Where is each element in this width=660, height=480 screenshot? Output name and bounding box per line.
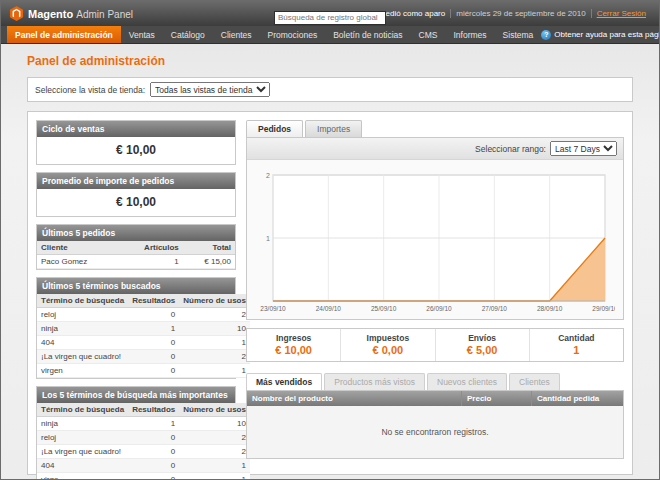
products-column-header: Precio (461, 391, 531, 406)
tab-productos-más-vistos: Productos más vistos (324, 373, 425, 390)
table-row[interactable]: ninja110 (37, 322, 250, 336)
table-cell: 0 (128, 459, 179, 473)
table-cell: 1 (128, 322, 179, 336)
nav-item-promociones[interactable]: Promociones (260, 26, 326, 43)
column-header: Total (183, 241, 235, 255)
svg-text:29/09/10: 29/09/10 (592, 305, 615, 312)
global-search-input[interactable] (274, 11, 386, 25)
table-row[interactable]: virgen01 (37, 364, 250, 378)
table-cell: 0 (128, 431, 179, 445)
help-globe-icon: ? (541, 30, 551, 40)
magento-logo[interactable]: Magento Admin Panel (9, 6, 133, 21)
range-label: Seleccionar rango: (475, 144, 546, 154)
tab-importes[interactable]: Importes (305, 120, 362, 137)
table-row[interactable]: Paco Gomez1€ 15,00 (37, 255, 235, 269)
nav-item-clientes[interactable]: Clientes (213, 26, 260, 43)
column-header: Número de usos (179, 294, 250, 308)
store-view-select[interactable]: Todas las vistas de tienda (150, 82, 270, 97)
nav-item-panel-de-administración[interactable]: Panel de administración (7, 26, 121, 43)
page-help-link[interactable]: ? Obtener ayuda para esta página (541, 26, 660, 43)
table-cell: 0 (128, 336, 179, 350)
nav-item-informes[interactable]: Informes (446, 26, 495, 43)
user-info: Accedió como aparo miércoles 29 de septi… (367, 9, 651, 18)
table-cell: 2 (179, 431, 250, 445)
magento-admin-window: Magento Admin Panel Accedió como aparo m… (0, 0, 660, 480)
table-cell: 10 (179, 322, 250, 336)
column-header: Resultados (128, 294, 179, 308)
table-cell: 1 (179, 364, 250, 378)
stat-label: Ingresos (247, 333, 340, 343)
table-row[interactable]: virge01 (37, 473, 250, 480)
dashboard-right-column: PedidosImportes Seleccionar rango: Last … (246, 120, 624, 466)
table-row[interactable]: reloj02 (37, 431, 250, 445)
table-cell: virge (37, 473, 128, 480)
table-row[interactable]: ¡La virgen que cuadro!02 (37, 350, 250, 364)
logo-text: Magento Admin Panel (28, 8, 133, 20)
section-title: Últimos 5 pedidos (37, 225, 235, 241)
stat-value: 1 (530, 344, 623, 356)
average-orders-value: € 10,00 (37, 189, 235, 216)
products-column-header: Cantidad pedida (531, 391, 623, 406)
table-cell: virgen (37, 364, 128, 378)
store-view-label: Seleccione la vista de tienda: (35, 85, 145, 95)
totals-bar: Ingresos€ 10,00Impuestos€ 0,00Envíos€ 5,… (246, 328, 624, 362)
table-row[interactable]: ninja110 (37, 417, 250, 431)
magento-logo-icon (9, 6, 24, 21)
nav-item-ventas[interactable]: Ventas (121, 26, 163, 43)
table-cell: reloj (37, 308, 128, 322)
logout-link[interactable]: Cerrar Sesión (591, 9, 651, 18)
products-table-header: Nombre del productoPrecioCantidad pedida (247, 391, 623, 406)
table-row[interactable]: reloj02 (37, 308, 250, 322)
products-empty-message: No se encontraron registros. (247, 406, 623, 458)
main-nav: Panel de administraciónVentasCatálogoCli… (1, 26, 659, 44)
lifetime-sales-value: € 10,00 (37, 137, 235, 164)
table-row[interactable]: 40401 (37, 336, 250, 350)
stat-value: € 5,00 (436, 344, 529, 356)
nav-item-catálogo[interactable]: Catálogo (163, 26, 213, 43)
table-cell: Paco Gomez (37, 255, 119, 269)
data-table: Término de búsquedaResultadosNúmero de u… (37, 403, 250, 480)
svg-text:2: 2 (266, 172, 270, 179)
table-cell: 404 (37, 336, 128, 350)
table-cell: 2 (179, 308, 250, 322)
stat-value: € 0,00 (341, 344, 434, 356)
table-cell: 2 (179, 445, 250, 459)
svg-text:23/09/10: 23/09/10 (260, 305, 286, 312)
section-title: Últimos 5 términos buscados (37, 278, 235, 294)
column-header: Término de búsqueda (37, 294, 128, 308)
table-cell: ¡La virgen que cuadro! (37, 350, 128, 364)
table-cell: ¡La virgen que cuadro! (37, 445, 128, 459)
column-header: Resultados (128, 403, 179, 417)
stat-label: Impuestos (341, 333, 434, 343)
tab-más-vendidos[interactable]: Más vendidos (246, 373, 322, 390)
top-header: Magento Admin Panel Accedió como aparo m… (1, 1, 659, 26)
svg-text:25/09/10: 25/09/10 (371, 305, 397, 312)
last-search-terms-box: Últimos 5 términos buscadosTérmino de bú… (36, 277, 236, 379)
table-cell: 0 (128, 364, 179, 378)
range-select[interactable]: Last 7 Days (550, 141, 617, 156)
nav-item-boletín-de-noticias[interactable]: Boletín de noticias (325, 26, 410, 43)
svg-text:24/09/10: 24/09/10 (316, 305, 342, 312)
table-cell: 2 (179, 350, 250, 364)
help-label: Obtener ayuda para esta página (554, 30, 660, 39)
column-header: Cliente (37, 241, 119, 255)
nav-item-sistema[interactable]: Sistema (495, 26, 542, 43)
table-row[interactable]: 40401 (37, 459, 250, 473)
table-cell: 1 (179, 459, 250, 473)
svg-text:1: 1 (266, 235, 270, 242)
average-orders-box: Promedio de importe de pedidos € 10,00 (36, 172, 236, 217)
nav-item-cms[interactable]: CMS (411, 26, 446, 43)
nav-list: Panel de administraciónVentasCatálogoCli… (7, 26, 541, 43)
column-header: Número de usos (179, 403, 250, 417)
table-row[interactable]: ¡La virgen que cuadro!02 (37, 445, 250, 459)
lifetime-sales-title: Ciclo de ventas (37, 121, 235, 137)
tab-pedidos[interactable]: Pedidos (246, 120, 303, 137)
dashboard-left-column: Ciclo de ventas € 10,00 Promedio de impo… (36, 120, 236, 466)
stat-label: Envíos (436, 333, 529, 343)
products-column-header: Nombre del producto (247, 391, 461, 406)
table-cell: 1 (119, 255, 183, 269)
global-search (274, 6, 386, 25)
dashboard-panel: Ciclo de ventas € 10,00 Promedio de impo… (27, 111, 633, 475)
chart-tabs: PedidosImportes (246, 120, 624, 137)
content-area: Panel de administración Seleccione la vi… (1, 44, 659, 475)
